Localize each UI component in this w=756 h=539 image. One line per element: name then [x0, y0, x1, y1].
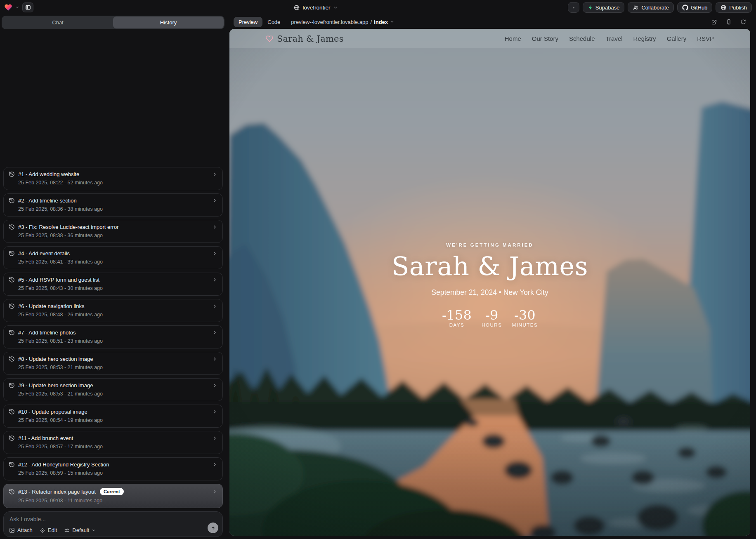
- history-item-title: #7 - Add timeline photos: [18, 330, 76, 336]
- history-item[interactable]: #6 - Update navigation links 25 Feb 2025…: [3, 299, 223, 322]
- settings-button[interactable]: [568, 2, 579, 13]
- tab-preview[interactable]: Preview: [234, 17, 262, 27]
- image-attach-icon: [9, 527, 15, 533]
- history-item[interactable]: #11 - Add brunch event 25 Feb 2025, 08:5…: [3, 431, 223, 454]
- url-chevron-down-icon: [390, 20, 394, 24]
- preview-panel: Preview Code preview--lovefrontier.lovab…: [226, 15, 756, 539]
- history-item-timestamp: 25 Feb 2025, 08:48 - 26 minutes ago: [18, 312, 217, 318]
- chevron-right-icon[interactable]: [212, 172, 217, 177]
- chevron-right-icon[interactable]: [212, 277, 217, 282]
- history-item-timestamp: 25 Feb 2025, 08:53 - 21 minutes ago: [18, 365, 217, 370]
- history-icon: [9, 224, 15, 230]
- history-icon: [9, 303, 15, 309]
- history-item-title: #5 - Add RSVP form and guest list: [18, 277, 99, 283]
- chevron-right-icon[interactable]: [212, 489, 217, 494]
- chevron-right-icon[interactable]: [212, 435, 217, 441]
- external-link-icon: [711, 19, 717, 25]
- history-item[interactable]: #3 - Fix: Resolve Lucide-react import er…: [3, 220, 223, 243]
- history-item[interactable]: #2 - Add timeline section 25 Feb 2025, 0…: [3, 193, 223, 217]
- history-item-timestamp: 25 Feb 2025, 08:51 - 23 minutes ago: [18, 338, 217, 344]
- publish-button[interactable]: Publish: [716, 2, 752, 13]
- chevron-right-icon[interactable]: [212, 383, 217, 388]
- history-item[interactable]: #8 - Update hero section image 25 Feb 20…: [3, 352, 223, 375]
- site-nav-gallery[interactable]: Gallery: [667, 35, 687, 42]
- history-item-title: #3 - Fix: Resolve Lucide-react import er…: [18, 224, 118, 230]
- current-badge: Current: [100, 488, 124, 495]
- hero-eyebrow: WE'RE GETTING MARRIED: [229, 242, 750, 248]
- chevron-right-icon[interactable]: [212, 462, 217, 467]
- history-icon: [9, 435, 15, 441]
- tab-code[interactable]: Code: [262, 17, 285, 27]
- countdown-unit: -9 HOURS: [482, 309, 502, 328]
- chevron-right-icon[interactable]: [212, 330, 217, 335]
- site-nav-schedule[interactable]: Schedule: [569, 35, 595, 42]
- history-item-timestamp: 25 Feb 2025, 09:03 - 11 minutes ago: [18, 498, 217, 504]
- project-menu[interactable]: lovefrontier: [294, 5, 338, 11]
- sliders-icon: [64, 527, 70, 533]
- history-item[interactable]: #4 - Add event details 25 Feb 2025, 08:4…: [3, 246, 223, 269]
- countdown-unit: -158 DAYS: [442, 309, 472, 328]
- history-item-timestamp: 25 Feb 2025, 08:36 - 38 minutes ago: [18, 206, 217, 212]
- history-item[interactable]: #7 - Add timeline photos 25 Feb 2025, 08…: [3, 325, 223, 348]
- countdown-value: -158: [442, 309, 472, 321]
- chevron-right-icon[interactable]: [212, 356, 217, 362]
- mode-select-button[interactable]: Default: [64, 527, 96, 533]
- refresh-button[interactable]: [740, 19, 746, 25]
- countdown-value: -30: [514, 309, 536, 321]
- github-label: GitHub: [691, 5, 707, 11]
- supabase-bolt-icon: [588, 5, 593, 10]
- history-list: #1 - Add wedding website 25 Feb 2025, 08…: [3, 29, 223, 508]
- preview-url-menu[interactable]: preview--lovefrontier.lovable.app / inde…: [291, 19, 394, 25]
- attach-button[interactable]: Attach: [9, 527, 33, 533]
- attach-label: Attach: [17, 527, 33, 533]
- mobile-view-button[interactable]: [726, 19, 732, 25]
- supabase-button[interactable]: Supabase: [583, 2, 625, 13]
- collaborate-button[interactable]: Collaborate: [628, 2, 674, 13]
- panel-toggle-button[interactable]: [22, 2, 33, 12]
- history-item[interactable]: #5 - Add RSVP form and guest list 25 Feb…: [3, 273, 223, 296]
- history-item-title: #8 - Update hero section image: [18, 356, 93, 362]
- hero-content: WE'RE GETTING MARRIED Sarah & James Sept…: [229, 242, 750, 328]
- tab-history[interactable]: History: [113, 16, 224, 28]
- globe-icon: [294, 5, 300, 11]
- history-item[interactable]: #10 - Update proposal image 25 Feb 2025,…: [3, 405, 223, 428]
- history-item[interactable]: #9 - Update hero section image 25 Feb 20…: [3, 378, 223, 401]
- history-item[interactable]: #12 - Add Honeyfund Registry Section 25 …: [3, 457, 223, 480]
- tab-chat[interactable]: Chat: [2, 16, 113, 28]
- collaborate-label: Collaborate: [641, 5, 669, 11]
- open-external-button[interactable]: [711, 19, 717, 25]
- edit-button[interactable]: Edit: [40, 527, 57, 533]
- chevron-right-icon[interactable]: [212, 224, 217, 230]
- prompt-input[interactable]: Ask Lovable...: [9, 516, 217, 523]
- sidebar: Chat History #1 - Add wedding website 25…: [0, 15, 226, 539]
- chevron-right-icon[interactable]: [212, 198, 217, 203]
- countdown: -158 DAYS -9 HOURS -30 MINUTES: [229, 309, 750, 328]
- lovable-logo-button[interactable]: [4, 3, 12, 12]
- site-nav-registry[interactable]: Registry: [633, 35, 656, 42]
- github-icon: [682, 5, 688, 11]
- site-header: Sarah & James HomeOur StoryScheduleTrave…: [229, 29, 750, 48]
- site-nav-our-story[interactable]: Our Story: [532, 35, 558, 42]
- site-nav-rsvp[interactable]: RSVP: [697, 35, 714, 42]
- publish-label: Publish: [729, 5, 747, 11]
- history-icon: [9, 250, 15, 257]
- site-nav-home[interactable]: Home: [505, 35, 521, 42]
- hero-title: Sarah & James: [229, 254, 750, 278]
- chevron-right-icon[interactable]: [212, 251, 217, 256]
- history-item[interactable]: #13 - Refactor index page layout Current…: [3, 484, 223, 508]
- site-logo[interactable]: Sarah & James: [266, 34, 344, 44]
- countdown-value: -9: [485, 309, 498, 321]
- send-button[interactable]: [208, 523, 218, 533]
- history-item-title: #13 - Refactor index page layout: [18, 489, 96, 495]
- history-item[interactable]: #1 - Add wedding website 25 Feb 2025, 08…: [3, 167, 223, 190]
- github-button[interactable]: GitHub: [677, 2, 712, 13]
- chevron-right-icon[interactable]: [212, 409, 217, 414]
- history-item-timestamp: 25 Feb 2025, 08:59 - 15 minutes ago: [18, 470, 217, 476]
- history-item-timestamp: 25 Feb 2025, 08:54 - 19 minutes ago: [18, 417, 217, 423]
- prompt-composer[interactable]: Ask Lovable... Attach Ed: [3, 511, 223, 537]
- project-chevron-down-icon: [333, 5, 338, 10]
- site-nav-travel[interactable]: Travel: [605, 35, 622, 42]
- chevron-right-icon[interactable]: [212, 304, 217, 309]
- history-icon: [9, 198, 15, 204]
- workspace-chevron-down-icon[interactable]: [15, 5, 19, 9]
